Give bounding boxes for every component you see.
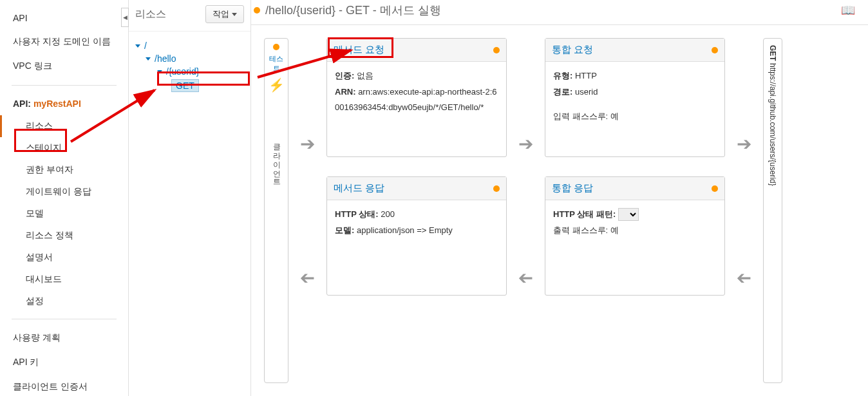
nav-sub-gateway-responses[interactable]: 게이트웨이 응답: [0, 181, 128, 203]
method-request-header[interactable]: 메서드 요청: [327, 39, 506, 62]
main-header: /hello/{userid} - GET - 메서드 실행 📖: [251, 0, 868, 25]
nav-sub-resource-policy[interactable]: 리소스 정책: [0, 225, 128, 247]
documentation-icon[interactable]: 📖: [841, 3, 855, 17]
status-dot-icon: [273, 44, 279, 50]
model-value: application/json => Empty: [357, 225, 453, 235]
client-test-label: 테스트: [267, 54, 285, 73]
http-status-value: 200: [381, 209, 395, 219]
nav-divider-2: [12, 319, 117, 319]
client-box[interactable]: 테스트 ⚡ 클라이언트: [264, 38, 288, 383]
passthrough-label: 입력 패스스루:: [553, 111, 608, 121]
method-column: 메서드 요청 인증: 없음 ARN: arn:aws:execute-api:a…: [326, 38, 507, 383]
method-request-title: 메서드 요청: [334, 44, 384, 56]
caret-icon: [146, 57, 151, 61]
tree-node-root[interactable]: /: [135, 39, 244, 52]
nav-item-custom-domain[interactable]: 사용자 지정 도메인 이름: [0, 30, 128, 54]
method-response-body: HTTP 상태: 200 모델: application/json => Emp…: [327, 200, 506, 245]
method-flow-diagram: 테스트 ⚡ 클라이언트 ➔ ➔ 메서드 요청 인증: 없음 ARN: arn:a…: [251, 25, 868, 396]
nav-item-api[interactable]: API: [0, 6, 128, 30]
nav-sub-authorizers[interactable]: 권한 부여자: [0, 159, 128, 181]
nav-sub-stages[interactable]: 스테이지: [0, 137, 128, 159]
status-dot-icon: [493, 47, 500, 53]
tree-node-userid[interactable]: /{userid}: [135, 65, 244, 78]
method-response-card: 메서드 응답 HTTP 상태: 200 모델: application/json…: [326, 176, 507, 296]
arn-label: ARN:: [335, 87, 356, 97]
actions-label: 작업: [212, 8, 229, 20]
page-title: /hello/{userid} - GET - 메서드 실행: [265, 3, 441, 18]
method-response-header[interactable]: 메서드 응답: [327, 177, 506, 200]
integration-request-card: 통합 요청 유형: HTTP 경로: userid 입력 패스스루: 예: [545, 38, 725, 157]
arrow-column-3: ➔ ➔: [737, 38, 751, 383]
resource-tree-panel: 리소스 작업 / /hello /{userid} GET: [129, 0, 251, 396]
actions-dropdown-button[interactable]: 작업: [205, 5, 244, 23]
status-dot-icon: [493, 185, 500, 192]
integration-response-title: 통합 응답: [552, 182, 593, 194]
tree-node-hello-label: /hello: [155, 53, 176, 64]
integration-request-body: 유형: HTTP 경로: userid 입력 패스스루: 예: [545, 62, 724, 131]
tree-node-get-label: GET: [171, 79, 199, 92]
http-status-label: HTTP 상태:: [335, 209, 379, 219]
nav-api-prefix: API:: [13, 99, 33, 109]
arn-value: arn:aws:execute-api:ap-northeast-2:60016…: [335, 87, 496, 113]
caret-icon: [135, 44, 140, 48]
left-nav: ◀ API 사용자 지정 도메인 이름 VPC 링크 API: myRestAP…: [0, 0, 129, 396]
caret-icon: [157, 70, 162, 73]
nav-item-vpc-link[interactable]: VPC 링크: [0, 54, 128, 79]
integration-request-title: 통합 요청: [552, 44, 593, 56]
main-panel: /hello/{userid} - GET - 메서드 실행 📖 테스트 ⚡ 클…: [251, 0, 868, 396]
auth-label: 인증:: [335, 71, 354, 80]
endpoint-text: GET https://api.github.com/users/{userid…: [768, 45, 777, 186]
nav-sub-dashboard[interactable]: 대시보드: [0, 269, 128, 290]
integration-column: 통합 요청 유형: HTTP 경로: userid 입력 패스스루: 예 통합 …: [545, 38, 725, 383]
type-value: HTTP: [575, 71, 597, 80]
arrow-right-icon: ➔: [300, 133, 315, 155]
status-dot-icon: [254, 7, 260, 14]
auth-value: 없음: [357, 71, 373, 80]
method-request-body: 인증: 없음 ARN: arn:aws:execute-api:ap-north…: [327, 62, 506, 122]
nav-divider: [12, 85, 117, 86]
endpoint-url: https://api.github.com/users/{userid}: [768, 61, 777, 186]
nav-sub-models[interactable]: 모델: [0, 203, 128, 225]
integration-response-header[interactable]: 통합 응답: [545, 177, 724, 200]
endpoint-method: GET: [768, 45, 777, 61]
tree-title: 리소스: [135, 8, 166, 21]
arrow-column-2: ➔ ➔: [518, 38, 533, 383]
type-label: 유형:: [553, 71, 572, 80]
tree-node-userid-label: /{userid}: [166, 66, 199, 77]
integration-response-card: 통합 응답 HTTP 상태 패턴: - 출력 패스스루: 예: [545, 176, 725, 296]
nav-sub-resources[interactable]: 리소스: [0, 115, 128, 137]
nav-sub-settings[interactable]: 설정: [0, 290, 128, 312]
tree-node-get-method[interactable]: GET: [135, 78, 244, 93]
nav-sub-documentation[interactable]: 설명서: [0, 247, 128, 269]
nav-collapse-toggle[interactable]: ◀: [121, 8, 129, 27]
tree-node-root-label: /: [144, 41, 147, 51]
pattern-label: HTTP 상태 패턴:: [553, 209, 616, 219]
integration-request-header[interactable]: 통합 요청: [545, 39, 724, 62]
arrow-left-icon: ➔: [518, 267, 533, 288]
method-request-card: 메서드 요청 인증: 없음 ARN: arn:aws:execute-api:a…: [326, 38, 507, 157]
tree-header: 리소스 작업: [129, 0, 250, 32]
method-response-title: 메서드 응답: [334, 182, 384, 194]
tree-body: / /hello /{userid} GET: [129, 32, 250, 101]
passthrough-value: 예: [610, 111, 619, 121]
out-passthrough-label: 출력 패스스루:: [553, 225, 608, 235]
path-label: 경로:: [553, 87, 572, 97]
nav-item-usage-plans[interactable]: 사용량 계획: [0, 326, 128, 350]
nav-item-client-certs[interactable]: 클라이언트 인증서: [0, 375, 128, 396]
status-dot-icon: [712, 185, 718, 192]
pattern-select[interactable]: -: [618, 208, 639, 221]
integration-response-body: HTTP 상태 패턴: - 출력 패스스루: 예: [545, 200, 724, 245]
arrow-left-icon: ➔: [300, 267, 315, 288]
arrow-left-icon: ➔: [737, 267, 751, 288]
bolt-icon: ⚡: [269, 77, 285, 93]
status-dot-icon: [712, 47, 718, 53]
path-value: userid: [575, 87, 598, 97]
nav-api-heading: API: myRestAPI: [0, 92, 128, 115]
out-passthrough-value: 예: [610, 225, 619, 235]
nav-api-name: myRestAPI: [33, 99, 81, 109]
tree-node-hello[interactable]: /hello: [135, 52, 244, 65]
arrow-right-icon: ➔: [518, 133, 533, 155]
nav-item-api-keys[interactable]: API 키: [0, 350, 128, 375]
endpoint-box[interactable]: GET https://api.github.com/users/{userid…: [763, 38, 782, 383]
caret-down-icon: [232, 13, 237, 16]
